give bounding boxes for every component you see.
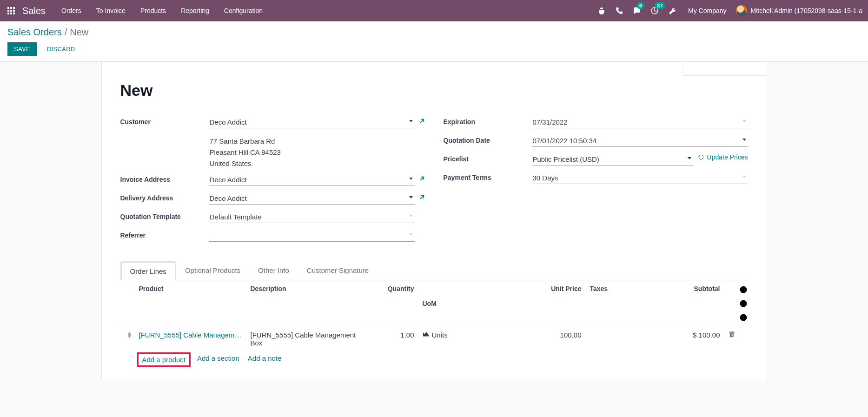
header-uom: UoM: [418, 285, 502, 322]
user-name: Mitchell Admin (17052098-saas-15-1-a: [751, 7, 862, 14]
row-invoice-address: Invoice Address: [120, 174, 425, 188]
label-payment-terms: Payment Terms: [444, 172, 532, 181]
tab-optional-products[interactable]: Optional Products: [176, 261, 249, 280]
line-uom[interactable]: Units: [432, 331, 448, 339]
activities-icon[interactable]: 37: [648, 0, 661, 21]
navbar-right: 6 37 My Company Mitchell Admin (17052098…: [595, 0, 866, 21]
activities-badge: 37: [655, 2, 665, 9]
menu-reporting[interactable]: Reporting: [173, 0, 217, 21]
customer-input[interactable]: [209, 116, 415, 128]
drag-handle-icon[interactable]: ▲▼: [127, 331, 133, 339]
forecast-icon[interactable]: [423, 331, 429, 339]
row-quotation-template: Quotation Template: [120, 211, 425, 225]
tab-other-info[interactable]: Other Info: [249, 261, 298, 280]
line-subtotal: $ 100.00: [678, 331, 725, 339]
menu-orders[interactable]: Orders: [54, 0, 89, 21]
form-col-left: Customer 77 Santa Barbara Rd: [120, 116, 425, 248]
label-expiration: Expiration: [444, 116, 532, 126]
pricelist-input[interactable]: [532, 153, 693, 165]
row-pricelist: Pricelist Update Prices: [444, 153, 748, 167]
customer-external-link[interactable]: [418, 116, 425, 126]
debug-icon[interactable]: [595, 0, 608, 21]
company-selector[interactable]: My Company: [683, 7, 731, 14]
label-quotation-template: Quotation Template: [120, 211, 209, 220]
update-prices-link[interactable]: Update Prices: [698, 153, 748, 161]
line-quantity[interactable]: 1.00: [362, 331, 418, 339]
expiration-input[interactable]: [532, 116, 748, 128]
header-unit-price: Unit Price: [502, 285, 585, 322]
invoice-external-link[interactable]: [418, 174, 425, 184]
delete-line-button[interactable]: [729, 331, 735, 339]
header-taxes: Taxes: [585, 285, 678, 322]
tabs: Order Lines Optional Products Other Info…: [120, 261, 748, 280]
svg-point-2: [740, 314, 747, 321]
tab-customer-signature[interactable]: Customer Signature: [298, 261, 378, 280]
add-product-link[interactable]: Add a product: [142, 356, 186, 364]
row-referrer: Referrer: [120, 230, 425, 244]
delivery-external-link[interactable]: [418, 192, 425, 202]
breadcrumb-current: New: [70, 27, 88, 38]
label-customer: Customer: [120, 116, 209, 126]
discard-button[interactable]: DISCARD: [40, 42, 82, 56]
add-section-link[interactable]: Add a section: [197, 354, 239, 365]
breadcrumb-root[interactable]: Sales Orders: [7, 27, 62, 38]
breadcrumb-separator: /: [65, 27, 67, 38]
apps-menu-button[interactable]: [2, 0, 20, 21]
apps-grid-icon: [7, 7, 15, 14]
phone-icon[interactable]: [613, 0, 626, 21]
label-referrer: Referrer: [120, 230, 209, 239]
highlight-add-product: Add a product: [137, 352, 191, 367]
label-quotation-date: Quotation Date: [444, 135, 532, 144]
menu-configuration[interactable]: Configuration: [217, 0, 270, 21]
header-product: Product: [139, 285, 251, 322]
user-menu[interactable]: Mitchell Admin (17052098-saas-15-1-a: [736, 5, 862, 16]
line-unit-price[interactable]: 100.00: [502, 331, 585, 339]
form-grid: Customer 77 Santa Barbara Rd: [120, 116, 748, 248]
navbar-menu: Orders To Invoice Products Reporting Con…: [54, 0, 270, 21]
app-brand[interactable]: Sales: [20, 6, 54, 16]
invoice-address-input[interactable]: [209, 174, 415, 186]
action-buttons: SAVE DISCARD: [7, 42, 861, 56]
delivery-address-input[interactable]: [209, 192, 415, 205]
tools-icon[interactable]: [666, 0, 679, 21]
quotation-date-input[interactable]: [532, 135, 748, 147]
columns-menu-button[interactable]: [739, 285, 748, 322]
control-panel: Sales Orders / New SAVE DISCARD: [0, 21, 868, 62]
add-note-link[interactable]: Add a note: [248, 354, 282, 365]
breadcrumb: Sales Orders / New: [7, 27, 861, 38]
row-payment-terms: Payment Terms: [444, 172, 748, 186]
row-address: 77 Santa Barbara Rd Pleasant Hill CA 945…: [120, 135, 425, 169]
header-quantity: Quantity: [362, 285, 418, 322]
svg-point-1: [740, 300, 747, 307]
page-title: New: [120, 81, 748, 99]
messaging-badge: 6: [637, 2, 644, 9]
tab-order-lines[interactable]: Order Lines: [120, 261, 176, 280]
quotation-template-input[interactable]: [209, 211, 415, 223]
label-delivery-address: Delivery Address: [120, 192, 209, 202]
save-button[interactable]: SAVE: [7, 42, 37, 56]
form-col-right: Expiration Quotation Date: [444, 116, 748, 248]
payment-terms-input[interactable]: [532, 172, 748, 184]
sheet-corner-toolbar: [683, 62, 767, 76]
address-line2: Pleasant Hill CA 94523: [210, 147, 415, 158]
address-line1: 77 Santa Barbara Rd: [210, 136, 415, 147]
row-expiration: Expiration: [444, 116, 748, 130]
header-description: Description: [251, 285, 362, 322]
order-lines-table: Product Description Quantity UoM Unit Pr…: [120, 280, 748, 369]
svg-point-0: [740, 286, 747, 293]
line-product[interactable]: [FURN_5555] Cable Managem…: [139, 331, 251, 339]
menu-to-invoice[interactable]: To Invoice: [89, 0, 133, 21]
line-description[interactable]: [FURN_5555] Cable Management Box: [251, 331, 362, 347]
messaging-icon[interactable]: 6: [630, 0, 643, 21]
row-delivery-address: Delivery Address: [120, 192, 425, 206]
navbar: Sales Orders To Invoice Products Reporti…: [0, 0, 868, 21]
referrer-input[interactable]: [209, 230, 415, 242]
label-invoice-address: Invoice Address: [120, 174, 209, 183]
menu-products[interactable]: Products: [133, 0, 173, 21]
header-subtotal: Subtotal: [678, 285, 725, 322]
user-avatar-icon: [736, 5, 747, 16]
navbar-left: Sales Orders To Invoice Products Reporti…: [2, 0, 270, 21]
customer-address: 77 Santa Barbara Rd Pleasant Hill CA 945…: [209, 136, 415, 169]
add-links-row: Add a product Add a section Add a note: [120, 351, 748, 369]
table-row[interactable]: ▲▼ [FURN_5555] Cable Managem… [FURN_5555…: [120, 327, 748, 351]
